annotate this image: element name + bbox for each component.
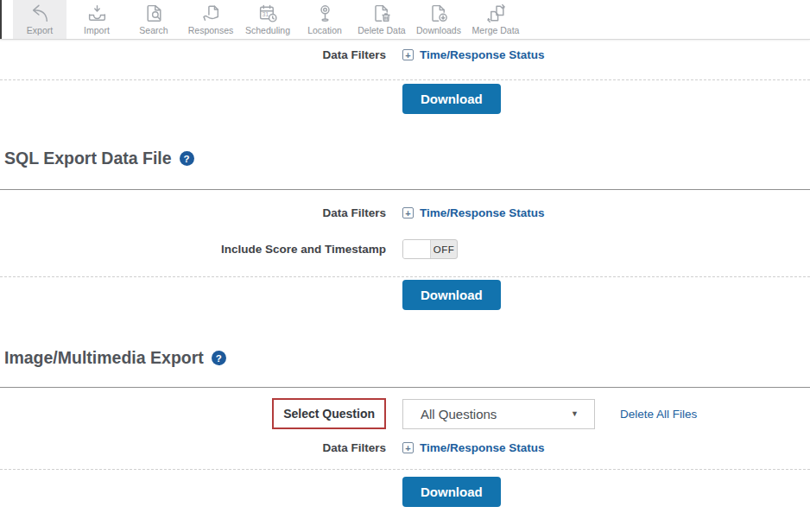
toolbar-item-label: Merge Data [472,25,520,35]
toolbar-item-label: Export [27,25,53,35]
chevron-down-icon: ▼ [571,409,579,418]
toolbar-item-label: Import [84,25,110,35]
delete-all-files-link[interactable]: Delete All Files [620,408,697,421]
time-response-status-link[interactable]: + Time/Response Status [402,206,545,219]
export-page: Export Import Search [0,0,810,532]
delete-data-icon [371,3,393,24]
download-button-sql[interactable]: Download [402,280,501,310]
expand-plus-icon: + [402,442,414,453]
include-score-label: Include Score and Timestamp [0,243,386,256]
responses-icon [200,3,222,24]
expand-plus-icon: + [402,207,414,218]
downloads-icon [428,3,450,24]
svg-text:31: 31 [262,11,269,17]
data-filters-row-sql: Data Filters + Time/Response Status [0,206,810,219]
include-score-toggle[interactable]: OFF [402,239,458,259]
time-response-status-label: Time/Response Status [420,48,545,61]
location-icon [314,3,336,24]
toolbar-item-merge-data[interactable]: Merge Data [469,0,522,39]
toggle-knob [403,240,431,258]
time-response-status-label: Time/Response Status [420,441,545,454]
toolbar-item-label: Delete Data [358,25,405,35]
export-icon [29,3,51,24]
expand-plus-icon: + [402,49,414,60]
dashed-divider [0,79,810,80]
sql-export-heading: SQL Export Data File ? [0,149,810,168]
help-icon[interactable]: ? [212,351,226,365]
data-filters-row-image: Data Filters + Time/Response Status [0,441,810,454]
toolbar-item-delete-data[interactable]: Delete Data [355,0,408,39]
toolbar-item-label: Scheduling [245,25,290,35]
section-rule [0,189,810,190]
time-response-status-link[interactable]: + Time/Response Status [402,441,545,454]
download-button-image[interactable]: Download [402,477,501,507]
toolbar-item-export[interactable]: Export [13,0,66,39]
toolbar-item-label: Search [139,25,168,35]
data-filters-label: Data Filters [0,48,386,61]
select-question-row: Select Question All Questions ▼ Delete A… [0,398,810,429]
toggle-state-label: OFF [431,240,457,258]
time-response-status-link[interactable]: + Time/Response Status [402,48,545,61]
toolbar-item-label: Downloads [416,25,461,35]
include-score-row: Include Score and Timestamp OFF [0,239,810,259]
merge-data-icon [485,3,507,24]
image-export-title: Image/Multimedia Export [4,348,204,368]
download-button-top[interactable]: Download [402,84,501,114]
question-select-dropdown[interactable]: All Questions ▼ [402,399,595,429]
toolbar-item-location[interactable]: Location [298,0,351,39]
data-filters-label: Data Filters [0,206,386,219]
image-export-heading: Image/Multimedia Export ? [0,348,810,368]
dashed-divider [0,469,810,470]
section-rule [0,387,810,388]
question-select-value: All Questions [421,407,571,421]
dashed-divider [0,276,810,277]
data-filters-row-top: Data Filters + Time/Response Status [0,48,810,61]
window-edge [0,0,2,39]
scheduling-icon: 31 [257,3,279,24]
sql-export-title: SQL Export Data File [4,149,172,168]
export-content: Data Filters + Time/Response Status Down… [0,40,810,507]
help-icon[interactable]: ? [180,151,194,166]
select-question-highlight: Select Question [272,398,386,429]
toolbar-item-downloads[interactable]: Downloads [412,0,465,39]
search-icon [143,3,165,24]
toolbar-item-import[interactable]: Import [70,0,123,39]
toolbar-item-label: Location [307,25,342,35]
toolbar-item-label: Responses [188,25,234,35]
data-filters-label: Data Filters [0,441,386,454]
select-question-label: Select Question [283,407,375,421]
toolbar-item-scheduling[interactable]: 31 Scheduling [241,0,294,39]
import-icon [86,3,108,24]
toolbar-item-search[interactable]: Search [127,0,180,39]
time-response-status-label: Time/Response Status [420,206,545,219]
toolbar-item-responses[interactable]: Responses [184,0,237,39]
toolbar: Export Import Search [0,0,810,40]
